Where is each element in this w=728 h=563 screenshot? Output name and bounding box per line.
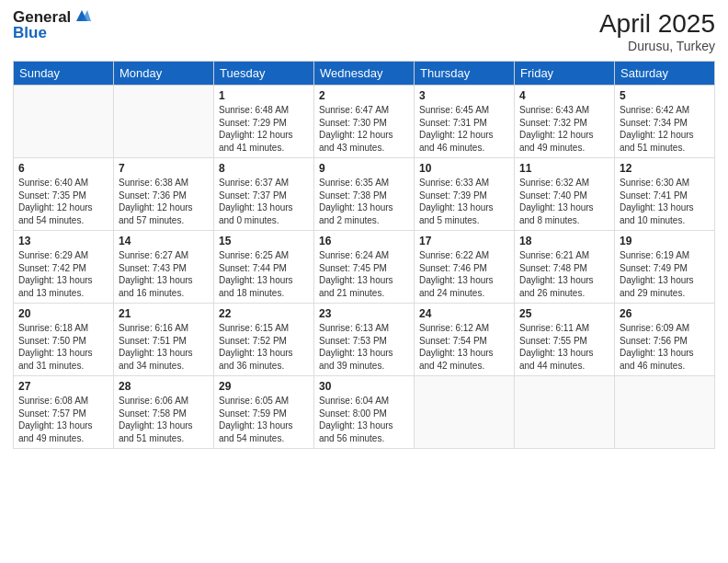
calendar-cell: 17Sunrise: 6:22 AM Sunset: 7:46 PM Dayli… (415, 231, 515, 304)
day-number: 11 (519, 162, 609, 175)
calendar-cell: 26Sunrise: 6:09 AM Sunset: 7:56 PM Dayli… (615, 304, 715, 376)
calendar-cell: 8Sunrise: 6:37 AM Sunset: 7:37 PM Daylig… (214, 158, 314, 231)
calendar-cell: 30Sunrise: 6:04 AM Sunset: 8:00 PM Dayli… (314, 376, 415, 449)
day-number: 9 (319, 162, 409, 175)
calendar-cell: 5Sunrise: 6:42 AM Sunset: 7:34 PM Daylig… (615, 86, 715, 158)
day-number: 24 (419, 307, 509, 320)
calendar-cell: 10Sunrise: 6:33 AM Sunset: 7:39 PM Dayli… (415, 158, 515, 231)
weekday-header-tuesday: Tuesday (214, 62, 314, 86)
weekday-header-thursday: Thursday (415, 62, 515, 86)
day-number: 19 (620, 235, 710, 247)
calendar-cell: 22Sunrise: 6:15 AM Sunset: 7:52 PM Dayli… (214, 304, 314, 376)
calendar-cell: 15Sunrise: 6:25 AM Sunset: 7:44 PM Dayli… (214, 231, 314, 304)
page: General Blue April 2025 Durusu, Turkey S… (0, 0, 728, 563)
day-number: 26 (620, 307, 710, 320)
cell-info: Sunrise: 6:09 AM Sunset: 7:56 PM Dayligh… (620, 322, 710, 372)
day-number: 7 (119, 162, 209, 175)
calendar-cell: 1Sunrise: 6:48 AM Sunset: 7:29 PM Daylig… (214, 86, 314, 158)
cell-info: Sunrise: 6:40 AM Sunset: 7:35 PM Dayligh… (18, 177, 108, 226)
weekday-header-sunday: Sunday (14, 62, 114, 86)
day-number: 1 (219, 89, 309, 102)
day-number: 8 (219, 162, 309, 175)
day-number: 2 (319, 89, 409, 102)
cell-info: Sunrise: 6:04 AM Sunset: 8:00 PM Dayligh… (319, 395, 409, 444)
cell-info: Sunrise: 6:19 AM Sunset: 7:49 PM Dayligh… (620, 249, 710, 299)
cell-info: Sunrise: 6:16 AM Sunset: 7:51 PM Dayligh… (119, 322, 209, 372)
cell-info: Sunrise: 6:13 AM Sunset: 7:53 PM Dayligh… (319, 322, 409, 372)
calendar-cell: 20Sunrise: 6:18 AM Sunset: 7:50 PM Dayli… (14, 304, 114, 376)
calendar-cell: 13Sunrise: 6:29 AM Sunset: 7:42 PM Dayli… (14, 231, 114, 304)
cell-info: Sunrise: 6:24 AM Sunset: 7:45 PM Dayligh… (319, 249, 409, 299)
day-number: 6 (18, 162, 108, 175)
cell-info: Sunrise: 6:15 AM Sunset: 7:52 PM Dayligh… (219, 322, 309, 372)
calendar-cell (114, 86, 214, 158)
weekday-header-wednesday: Wednesday (314, 62, 415, 86)
calendar-cell: 3Sunrise: 6:45 AM Sunset: 7:31 PM Daylig… (415, 86, 515, 158)
day-number: 14 (119, 235, 209, 247)
cell-info: Sunrise: 6:08 AM Sunset: 7:57 PM Dayligh… (18, 395, 108, 444)
calendar-cell: 23Sunrise: 6:13 AM Sunset: 7:53 PM Dayli… (314, 304, 415, 376)
day-number: 29 (219, 380, 309, 393)
cell-info: Sunrise: 6:30 AM Sunset: 7:41 PM Dayligh… (620, 177, 710, 226)
cell-info: Sunrise: 6:42 AM Sunset: 7:34 PM Dayligh… (620, 104, 710, 154)
day-number: 28 (119, 380, 209, 393)
weekday-header-monday: Monday (114, 62, 214, 86)
calendar-week-3: 13Sunrise: 6:29 AM Sunset: 7:42 PM Dayli… (14, 231, 715, 304)
calendar-cell: 14Sunrise: 6:27 AM Sunset: 7:43 PM Dayli… (114, 231, 214, 304)
calendar-cell: 28Sunrise: 6:06 AM Sunset: 7:58 PM Dayli… (114, 376, 214, 449)
cell-info: Sunrise: 6:29 AM Sunset: 7:42 PM Dayligh… (18, 249, 108, 299)
day-number: 27 (18, 380, 108, 393)
logo-blue-text: Blue (13, 25, 47, 42)
cell-info: Sunrise: 6:11 AM Sunset: 7:55 PM Dayligh… (519, 322, 609, 372)
cell-info: Sunrise: 6:35 AM Sunset: 7:38 PM Dayligh… (319, 177, 409, 226)
day-number: 21 (119, 307, 209, 320)
cell-info: Sunrise: 6:32 AM Sunset: 7:40 PM Dayligh… (519, 177, 609, 226)
calendar-cell: 11Sunrise: 6:32 AM Sunset: 7:40 PM Dayli… (515, 158, 615, 231)
day-number: 4 (519, 89, 609, 102)
day-number: 12 (620, 162, 710, 175)
calendar-cell (515, 376, 615, 449)
calendar-cell (14, 86, 114, 158)
weekday-header-saturday: Saturday (615, 62, 715, 86)
calendar-cell: 18Sunrise: 6:21 AM Sunset: 7:48 PM Dayli… (515, 231, 615, 304)
day-number: 13 (18, 235, 108, 247)
cell-info: Sunrise: 6:21 AM Sunset: 7:48 PM Dayligh… (519, 249, 609, 299)
calendar-week-1: 1Sunrise: 6:48 AM Sunset: 7:29 PM Daylig… (14, 86, 715, 158)
day-number: 25 (519, 307, 609, 320)
cell-info: Sunrise: 6:27 AM Sunset: 7:43 PM Dayligh… (119, 249, 209, 299)
calendar-week-4: 20Sunrise: 6:18 AM Sunset: 7:50 PM Dayli… (14, 304, 715, 376)
cell-info: Sunrise: 6:12 AM Sunset: 7:54 PM Dayligh… (419, 322, 509, 372)
header: General Blue April 2025 Durusu, Turkey (13, 9, 715, 53)
cell-info: Sunrise: 6:06 AM Sunset: 7:58 PM Dayligh… (119, 395, 209, 444)
day-number: 15 (219, 235, 309, 247)
calendar-cell: 24Sunrise: 6:12 AM Sunset: 7:54 PM Dayli… (415, 304, 515, 376)
title-block: April 2025 Durusu, Turkey (599, 9, 715, 53)
cell-info: Sunrise: 6:48 AM Sunset: 7:29 PM Dayligh… (219, 104, 309, 154)
logo-icon (73, 8, 91, 25)
cell-info: Sunrise: 6:47 AM Sunset: 7:30 PM Dayligh… (319, 104, 409, 154)
cell-info: Sunrise: 6:45 AM Sunset: 7:31 PM Dayligh… (419, 104, 509, 154)
calendar-week-5: 27Sunrise: 6:08 AM Sunset: 7:57 PM Dayli… (14, 376, 715, 449)
calendar-cell: 21Sunrise: 6:16 AM Sunset: 7:51 PM Dayli… (114, 304, 214, 376)
calendar-cell: 27Sunrise: 6:08 AM Sunset: 7:57 PM Dayli… (14, 376, 114, 449)
day-number: 18 (519, 235, 609, 247)
day-number: 5 (620, 89, 710, 102)
day-number: 16 (319, 235, 409, 247)
calendar-cell: 2Sunrise: 6:47 AM Sunset: 7:30 PM Daylig… (314, 86, 415, 158)
calendar-cell (615, 376, 715, 449)
subtitle: Durusu, Turkey (599, 39, 715, 53)
calendar-cell: 7Sunrise: 6:38 AM Sunset: 7:36 PM Daylig… (114, 158, 214, 231)
calendar-cell: 29Sunrise: 6:05 AM Sunset: 7:59 PM Dayli… (214, 376, 314, 449)
day-number: 10 (419, 162, 509, 175)
cell-info: Sunrise: 6:18 AM Sunset: 7:50 PM Dayligh… (18, 322, 108, 372)
calendar-cell: 25Sunrise: 6:11 AM Sunset: 7:55 PM Dayli… (515, 304, 615, 376)
calendar-cell: 9Sunrise: 6:35 AM Sunset: 7:38 PM Daylig… (314, 158, 415, 231)
cell-info: Sunrise: 6:37 AM Sunset: 7:37 PM Dayligh… (219, 177, 309, 226)
cell-info: Sunrise: 6:43 AM Sunset: 7:32 PM Dayligh… (519, 104, 609, 154)
day-number: 22 (219, 307, 309, 320)
cell-info: Sunrise: 6:38 AM Sunset: 7:36 PM Dayligh… (119, 177, 209, 226)
day-number: 23 (319, 307, 409, 320)
day-number: 3 (419, 89, 509, 102)
calendar-table: SundayMondayTuesdayWednesdayThursdayFrid… (13, 61, 715, 449)
day-number: 20 (18, 307, 108, 320)
